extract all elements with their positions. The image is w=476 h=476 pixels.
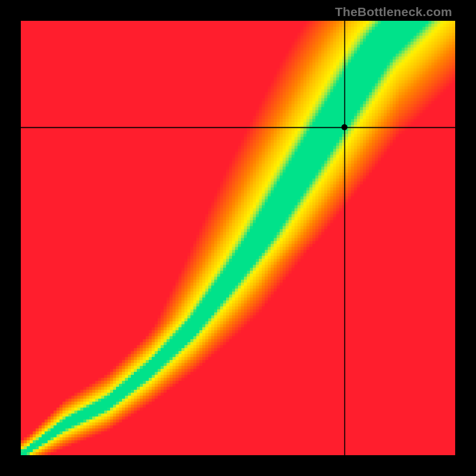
chart-frame: TheBottleneck.com (0, 0, 476, 476)
crosshair-overlay (21, 21, 455, 455)
watermark-text: TheBottleneck.com (335, 5, 452, 19)
plot-area (21, 21, 455, 455)
